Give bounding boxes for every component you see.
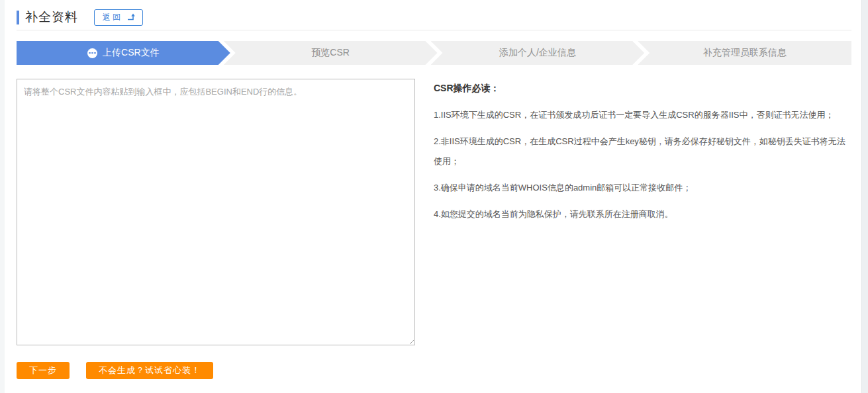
step-add-info[interactable]: 添加个人/企业信息 [431,41,645,65]
csr-content-input[interactable] [17,79,415,345]
notice-heading: CSR操作必读： [434,79,851,95]
step-label: 补充管理员联系信息 [703,47,787,59]
progress-stepper: 上传CSR文件 预览CSR 添加个人/企业信息 补充管理员联系信息 [17,41,851,65]
step-preview-csr[interactable]: 预览CSR [224,41,438,65]
left-edge-strip [0,0,5,393]
back-button[interactable]: 返回 [94,9,143,26]
csr-notice-panel: CSR操作必读： 1.IIS环境下生成的CSR，在证书颁发成功后证书一定要导入生… [434,79,851,231]
right-edge-strip[interactable] [861,0,868,393]
actions-bar: 下一步 不会生成？试试省心装！ [17,362,851,379]
step-admin-contact[interactable]: 补充管理员联系信息 [638,41,851,65]
easy-install-button[interactable]: 不会生成？试试省心装！ [86,362,213,379]
ellipsis-icon [87,48,97,58]
return-arrow-icon [127,13,136,21]
step-upload-csr[interactable]: 上传CSR文件 [17,41,230,65]
notice-item-3: 3.确保申请的域名当前WHOIS信息的admin邮箱可以正常接收邮件； [434,178,851,198]
csr-upload-page: 补全资料 返回 上传CSR文件 预览CSR 添 [0,0,868,393]
header-divider [17,30,851,30]
step-label: 添加个人/企业信息 [499,47,576,59]
title-accent-bar [17,11,19,24]
notice-item-4: 4.如您提交的域名当前为隐私保护，请先联系所在注册商取消。 [434,204,851,224]
notice-item-1: 1.IIS环境下生成的CSR，在证书颁发成功后证书一定要导入生成CSR的服务器I… [434,105,851,125]
csr-input-container [17,79,415,345]
step-label: 预览CSR [311,47,350,59]
page-title: 补全资料 [25,9,78,26]
notice-item-2: 2.非IIS环境生成的CSR，在生成CSR过程中会产生key秘钥，请务必保存好秘… [434,132,851,171]
step-label: 上传CSR文件 [103,47,160,59]
back-button-label: 返回 [103,12,122,23]
page-header: 补全资料 返回 [17,0,851,25]
next-step-button[interactable]: 下一步 [17,362,70,379]
